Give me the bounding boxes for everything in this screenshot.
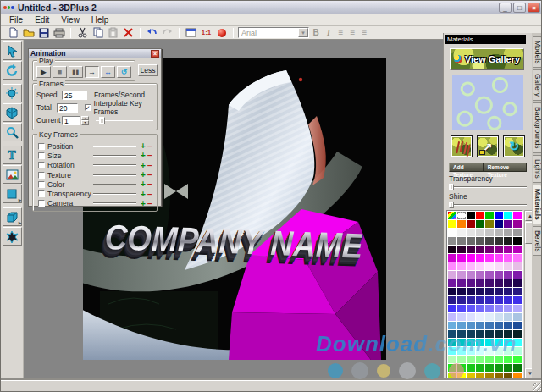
color-swatch[interactable]	[448, 279, 456, 287]
color-swatch[interactable]	[513, 339, 522, 346]
color-swatch[interactable]	[448, 313, 456, 321]
color-swatch[interactable]	[476, 296, 484, 304]
color-swatch[interactable]	[495, 212, 503, 219]
color-swatch[interactable]	[476, 364, 484, 372]
color-swatch[interactable]	[485, 339, 494, 346]
color-swatch[interactable]	[467, 330, 475, 338]
align-left-icon[interactable]: ≡	[335, 28, 346, 37]
extrude-tool-button[interactable]: ▶	[3, 207, 22, 226]
color-swatch[interactable]	[495, 229, 503, 236]
remove-keyframe-button[interactable]: −	[147, 141, 153, 151]
color-swatch[interactable]	[495, 246, 503, 253]
color-swatch[interactable]	[476, 220, 484, 228]
color-swatch[interactable]	[513, 330, 522, 338]
color-swatch[interactable]	[504, 330, 512, 338]
menu-view[interactable]: View	[56, 15, 85, 25]
align-right-icon[interactable]: ≡	[359, 28, 370, 37]
color-swatch[interactable]	[476, 279, 484, 287]
flyout-arrow-icon[interactable]: ▶	[19, 198, 22, 202]
color-swatch[interactable]	[495, 313, 503, 321]
color-swatch[interactable]	[476, 347, 484, 355]
color-swatch[interactable]	[504, 212, 512, 219]
copy-button[interactable]	[91, 27, 105, 39]
keyframe-track[interactable]	[93, 164, 136, 166]
keyframe-track[interactable]	[93, 146, 136, 147]
view-gallery-button[interactable]: View Gallery	[450, 48, 524, 70]
zoom-tool-button[interactable]	[3, 123, 22, 141]
color-swatch[interactable]	[457, 262, 466, 270]
color-swatch[interactable]	[467, 313, 475, 321]
color-swatch[interactable]	[457, 271, 466, 279]
ping-pong-button[interactable]: ↔	[101, 66, 115, 78]
transparency-slider[interactable]	[449, 184, 527, 190]
color-swatch[interactable]	[485, 254, 494, 262]
color-swatch[interactable]	[467, 254, 475, 262]
color-swatch[interactable]	[485, 322, 494, 329]
color-swatch[interactable]	[467, 262, 475, 270]
color-swatch[interactable]	[467, 246, 475, 253]
lights-tool-button[interactable]	[3, 84, 22, 102]
color-swatch[interactable]	[495, 237, 503, 245]
position-checkbox[interactable]	[38, 143, 45, 150]
remove-texture-button[interactable]: Remove Texture	[484, 163, 527, 172]
interpolate-checkbox[interactable]: ✓	[85, 104, 91, 111]
color-swatch[interactable]	[448, 373, 456, 379]
color-swatch[interactable]	[457, 229, 466, 236]
menu-edit[interactable]: Edit	[30, 15, 54, 25]
color-swatch[interactable]	[504, 322, 512, 329]
add-keyframe-button[interactable]: +	[140, 170, 147, 179]
color-swatch[interactable]	[467, 271, 475, 279]
color-swatch[interactable]	[495, 305, 503, 312]
menu-help[interactable]: Help	[86, 15, 114, 25]
redo-button[interactable]	[160, 27, 174, 39]
color-swatch[interactable]	[513, 296, 522, 304]
color-swatch[interactable]	[457, 246, 466, 253]
color-swatch[interactable]	[485, 364, 494, 372]
color-swatch[interactable]	[476, 330, 484, 338]
size-checkbox[interactable]	[38, 152, 45, 159]
color-swatch[interactable]	[448, 271, 456, 279]
color-swatch[interactable]	[467, 237, 475, 245]
add-keyframe-button[interactable]: +	[140, 141, 147, 151]
object-tool-button[interactable]	[3, 103, 22, 122]
color-swatch[interactable]	[485, 373, 494, 379]
stop-button[interactable]: ■	[53, 66, 67, 78]
color-swatch[interactable]	[495, 373, 503, 379]
color-swatch[interactable]	[467, 339, 475, 346]
close-button[interactable]: ×	[528, 3, 540, 13]
color-swatch[interactable]	[495, 347, 503, 355]
color-swatch[interactable]	[495, 364, 503, 372]
speed-input[interactable]: 25	[62, 91, 87, 100]
picture-tool-button[interactable]	[3, 165, 22, 184]
color-swatch[interactable]	[504, 220, 512, 228]
color-swatch[interactable]	[448, 254, 456, 262]
color-swatch[interactable]	[485, 347, 494, 355]
color-swatch[interactable]	[495, 220, 503, 228]
color-swatch[interactable]	[513, 373, 522, 379]
color-checkbox[interactable]	[38, 181, 45, 188]
color-swatch[interactable]	[504, 356, 512, 363]
scene-window-button[interactable]	[184, 27, 198, 39]
texture-rotate-thumbnail[interactable]: ↻	[503, 135, 525, 157]
chevron-down-icon[interactable]: ▼	[298, 28, 308, 37]
color-swatch[interactable]	[485, 330, 494, 338]
color-swatch[interactable]	[467, 356, 475, 363]
color-swatch[interactable]	[504, 313, 512, 321]
color-swatch[interactable]	[476, 313, 484, 321]
tab-gallery[interactable]: Gallery	[533, 69, 542, 101]
color-swatch[interactable]	[504, 237, 512, 245]
color-swatch[interactable]	[485, 246, 494, 253]
keyframe-track[interactable]	[93, 155, 136, 157]
remove-keyframe-button[interactable]: −	[147, 161, 153, 170]
color-swatch[interactable]	[485, 313, 494, 321]
color-swatch[interactable]	[476, 254, 484, 262]
play-once-button[interactable]: →	[85, 66, 99, 78]
texture-scale-thumbnail[interactable]: ↗	[477, 135, 499, 157]
delete-button[interactable]	[121, 27, 136, 39]
color-swatch[interactable]	[495, 322, 503, 329]
color-swatch[interactable]	[504, 246, 512, 253]
color-swatch[interactable]	[448, 262, 456, 270]
color-swatch[interactable]	[457, 356, 466, 363]
color-swatch[interactable]	[485, 237, 494, 245]
color-swatch[interactable]	[504, 339, 512, 346]
